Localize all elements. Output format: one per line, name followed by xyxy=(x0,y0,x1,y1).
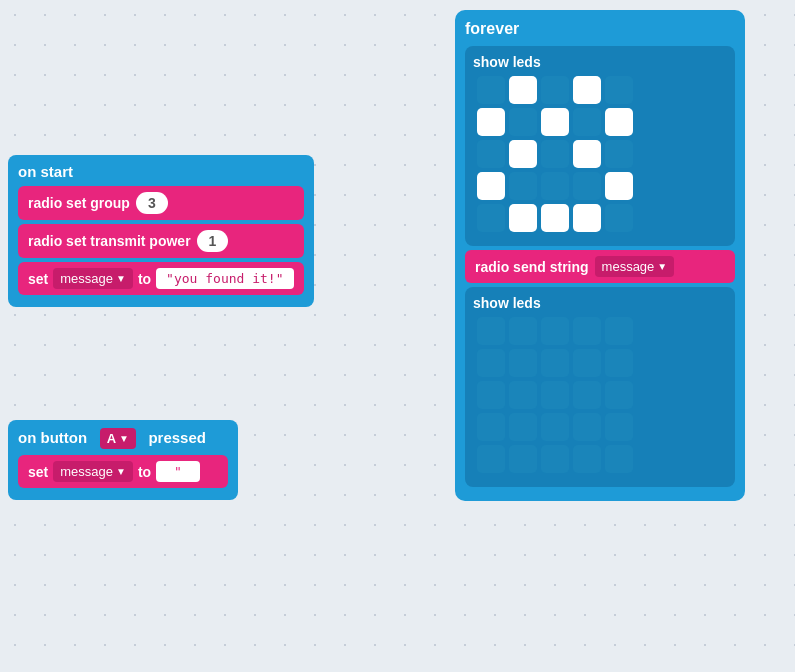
show-leds-block-2: show leds xyxy=(465,287,735,487)
led-cell[interactable] xyxy=(605,445,633,473)
forever-block: forever show leds radio send string mess… xyxy=(455,10,745,501)
led-cell[interactable] xyxy=(477,349,505,377)
led-cell[interactable] xyxy=(573,413,601,441)
to-text-2: to xyxy=(138,464,151,480)
led-cell[interactable] xyxy=(573,140,601,168)
radio-power-value[interactable]: 1 xyxy=(197,230,229,252)
led-cell[interactable] xyxy=(605,204,633,232)
led-cell[interactable] xyxy=(541,445,569,473)
radio-set-power-text: radio set transmit power xyxy=(28,233,191,249)
led-cell[interactable] xyxy=(605,140,633,168)
radio-group-value[interactable]: 3 xyxy=(136,192,168,214)
led-cell[interactable] xyxy=(573,445,601,473)
led-cell[interactable] xyxy=(573,204,601,232)
message-dropdown-3[interactable]: message ▼ xyxy=(595,256,675,277)
string-value-2[interactable]: " xyxy=(156,461,200,482)
led-cell[interactable] xyxy=(509,76,537,104)
led-cell[interactable] xyxy=(605,76,633,104)
led-cell[interactable] xyxy=(477,76,505,104)
led-cell[interactable] xyxy=(573,108,601,136)
led-cell[interactable] xyxy=(509,204,537,232)
set-text-2: set xyxy=(28,464,48,480)
led-cell[interactable] xyxy=(477,381,505,409)
led-cell[interactable] xyxy=(573,381,601,409)
led-cell[interactable] xyxy=(509,381,537,409)
led-cell[interactable] xyxy=(509,108,537,136)
led-cell[interactable] xyxy=(477,445,505,473)
set-message-block-2: set message ▼ to " xyxy=(18,455,228,488)
led-cell[interactable] xyxy=(509,349,537,377)
led-cell[interactable] xyxy=(573,349,601,377)
led-cell[interactable] xyxy=(477,413,505,441)
radio-send-text: radio send string xyxy=(475,259,589,275)
show-leds-label-2: show leds xyxy=(473,295,727,311)
led-cell[interactable] xyxy=(509,445,537,473)
led-cell[interactable] xyxy=(509,317,537,345)
radio-set-group-text: radio set group xyxy=(28,195,130,211)
led-cell[interactable] xyxy=(477,317,505,345)
radio-set-group-block: radio set group 3 xyxy=(18,186,304,220)
led-cell[interactable] xyxy=(477,140,505,168)
led-grid-2 xyxy=(477,317,723,473)
led-cell[interactable] xyxy=(605,172,633,200)
led-cell[interactable] xyxy=(541,108,569,136)
led-cell[interactable] xyxy=(573,76,601,104)
led-cell[interactable] xyxy=(541,349,569,377)
forever-label: forever xyxy=(465,20,735,38)
led-cell[interactable] xyxy=(541,204,569,232)
led-cell[interactable] xyxy=(509,140,537,168)
on-start-label: on start xyxy=(18,163,304,180)
led-cell[interactable] xyxy=(541,76,569,104)
message-dropdown-1[interactable]: message ▼ xyxy=(53,268,133,289)
led-cell[interactable] xyxy=(509,172,537,200)
led-cell[interactable] xyxy=(541,140,569,168)
led-cell[interactable] xyxy=(477,108,505,136)
led-cell[interactable] xyxy=(477,204,505,232)
on-start-block: on start radio set group 3 radio set tra… xyxy=(8,155,314,307)
button-a-dropdown[interactable]: A ▼ xyxy=(100,428,136,449)
on-button-label: on button A ▼ pressed xyxy=(18,428,228,449)
led-cell[interactable] xyxy=(541,413,569,441)
led-cell[interactable] xyxy=(541,381,569,409)
led-cell[interactable] xyxy=(605,108,633,136)
led-cell[interactable] xyxy=(477,172,505,200)
led-cell[interactable] xyxy=(573,172,601,200)
led-cell[interactable] xyxy=(605,317,633,345)
set-message-block: set message ▼ to "you found it!" xyxy=(18,262,304,295)
led-cell[interactable] xyxy=(573,317,601,345)
show-leds-label-1: show leds xyxy=(473,54,727,70)
radio-set-power-block: radio set transmit power 1 xyxy=(18,224,304,258)
show-leds-block-1: show leds xyxy=(465,46,735,246)
radio-send-block: radio send string message ▼ xyxy=(465,250,735,283)
led-cell[interactable] xyxy=(509,413,537,441)
led-cell[interactable] xyxy=(605,413,633,441)
led-cell[interactable] xyxy=(605,349,633,377)
led-cell[interactable] xyxy=(541,317,569,345)
to-text-1: to xyxy=(138,271,151,287)
led-cell[interactable] xyxy=(541,172,569,200)
led-grid-1 xyxy=(477,76,723,232)
on-button-block: on button A ▼ pressed set message ▼ to " xyxy=(8,420,238,500)
string-value-1[interactable]: "you found it!" xyxy=(156,268,293,289)
set-text-1: set xyxy=(28,271,48,287)
message-dropdown-2[interactable]: message ▼ xyxy=(53,461,133,482)
led-cell[interactable] xyxy=(605,381,633,409)
